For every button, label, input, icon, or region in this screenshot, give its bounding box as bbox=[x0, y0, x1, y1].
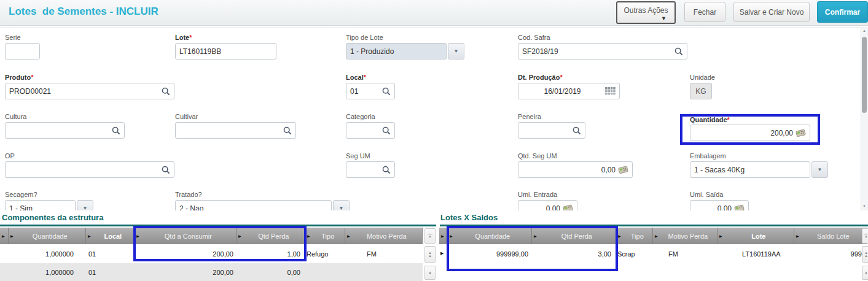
peneira-input[interactable] bbox=[522, 126, 570, 135]
local-input[interactable] bbox=[350, 87, 380, 96]
header-motivo-perda[interactable]: ▶Motivo Perda bbox=[653, 228, 717, 244]
tipo-lote-combo[interactable]: 1 - Produzido bbox=[346, 43, 447, 60]
qtd-seg-um-input[interactable] bbox=[522, 166, 616, 174]
form-scrollbar-thumb[interactable] bbox=[862, 37, 867, 113]
produto-input[interactable] bbox=[9, 87, 159, 96]
seg-um-input[interactable] bbox=[350, 166, 380, 174]
search-icon[interactable] bbox=[382, 87, 391, 96]
lotes-saldos-row-1[interactable]: ▶ 999999,00 3,00 Scrap FM LT160119AA 999… bbox=[439, 244, 867, 263]
lotes-saldos-title: Lotes X Saldos bbox=[440, 213, 498, 222]
tipo-lote-dropdown-button[interactable]: ▼ bbox=[448, 43, 464, 60]
lotes-saldos-scroll-up-button[interactable]: ▲ bbox=[862, 266, 868, 280]
lotes-saldos-scroll-pageup-button[interactable]: ▲ ▲ bbox=[862, 246, 868, 263]
header-tipo[interactable]: ▶Tipo bbox=[616, 228, 653, 244]
componentes-scroll-pageup-button[interactable]: ▲ ▲ bbox=[424, 246, 436, 263]
componentes-row-1[interactable]: 1,000000 01 200,00 1,00 Refugo FM bbox=[0, 244, 423, 263]
cultivar-input[interactable] bbox=[179, 126, 281, 135]
lotes-saldos-scroll-top-button[interactable]: ▲ bbox=[862, 228, 868, 244]
salvar-criar-novo-button[interactable]: Salvar e Criar Novo bbox=[733, 2, 810, 22]
embalagem-dropdown-button[interactable]: ▼ bbox=[811, 161, 828, 178]
search-icon[interactable] bbox=[674, 47, 683, 56]
column-grip-icon: ▶ bbox=[2, 234, 5, 238]
scroll-up-icon: ▲ bbox=[428, 271, 432, 274]
cultivar-field[interactable] bbox=[175, 122, 296, 139]
column-grip-icon: ▶ bbox=[534, 234, 537, 238]
categoria-field[interactable] bbox=[346, 122, 395, 139]
scroll-up-icon: ▲ bbox=[864, 271, 868, 274]
op-input[interactable] bbox=[9, 166, 159, 174]
lote-field[interactable] bbox=[175, 43, 276, 60]
header-tipo[interactable]: ▶Tipo bbox=[305, 228, 345, 244]
calculator-icon[interactable] bbox=[796, 129, 806, 137]
local-field[interactable] bbox=[346, 83, 395, 99]
header-quantidade[interactable]: ▶Quantidade bbox=[9, 228, 86, 244]
dt-producao-label: Dt. Produção* bbox=[518, 74, 563, 81]
search-icon[interactable] bbox=[382, 126, 391, 135]
calendar-icon[interactable] bbox=[605, 87, 616, 95]
search-icon[interactable] bbox=[283, 126, 292, 135]
cultura-field[interactable] bbox=[5, 122, 125, 139]
column-grip-icon: ▶ bbox=[238, 234, 241, 238]
column-grip-icon: ▶ bbox=[796, 234, 799, 238]
serie-input[interactable] bbox=[9, 47, 36, 56]
qtd-seg-um-label: Qtd. Seg UM bbox=[518, 152, 557, 160]
produto-field[interactable] bbox=[5, 83, 174, 99]
column-grip-icon: ▶ bbox=[618, 234, 621, 238]
header-quantidade[interactable]: ▶Quantidade bbox=[448, 228, 532, 244]
header-row-marker[interactable]: ▶ bbox=[439, 228, 448, 244]
componentes-scroll-top-button[interactable]: ▲ bbox=[424, 228, 436, 244]
header-row-marker[interactable]: ▶ bbox=[0, 228, 9, 244]
serie-label: Serie bbox=[5, 34, 21, 41]
cod-safra-field[interactable] bbox=[518, 43, 687, 60]
chevron-down-icon: ▼ bbox=[818, 167, 823, 172]
unidade-field: KG bbox=[690, 83, 712, 99]
seg-um-label: Seg UM bbox=[346, 152, 370, 160]
header-lote[interactable]: ▶Lote bbox=[717, 228, 794, 244]
current-row-marker-icon: ▶ bbox=[440, 251, 444, 256]
op-field[interactable] bbox=[5, 161, 174, 178]
header-motivo-perda[interactable]: ▶Motivo Perda bbox=[345, 228, 423, 244]
search-icon[interactable] bbox=[162, 166, 170, 174]
produto-label: Produto* bbox=[5, 74, 33, 81]
chevron-down-icon: ▼ bbox=[454, 48, 459, 54]
column-grip-icon: ▶ bbox=[347, 234, 350, 238]
header-local[interactable]: ▶Local bbox=[86, 228, 135, 244]
cultura-input[interactable] bbox=[9, 126, 109, 135]
quantidade-input[interactable] bbox=[694, 129, 793, 137]
quantidade-field[interactable] bbox=[690, 125, 810, 141]
umi-saida-label: Umi. Saída bbox=[690, 191, 723, 198]
embalagem-combo[interactable]: 1 - Sacas 40Kg bbox=[690, 161, 810, 178]
header-saldo-lote[interactable]: ▶Saldo Lote bbox=[794, 228, 867, 244]
fechar-button[interactable]: Fechar bbox=[684, 2, 725, 22]
seg-um-field[interactable] bbox=[346, 161, 395, 178]
search-icon[interactable] bbox=[382, 166, 391, 174]
scroll-up-icon[interactable]: ▲ bbox=[862, 29, 867, 33]
qtd-seg-um-field[interactable] bbox=[518, 161, 633, 178]
lote-input[interactable] bbox=[179, 47, 272, 56]
confirmar-button[interactable]: Confirmar bbox=[817, 1, 868, 23]
outras-acoes-button[interactable]: Outras Ações ▼ bbox=[616, 1, 676, 24]
column-grip-icon: ▶ bbox=[10, 234, 14, 238]
cod-safra-input[interactable] bbox=[522, 47, 672, 56]
peneira-field[interactable] bbox=[518, 122, 585, 139]
header-qtd-a-consumir[interactable]: ▶Qtd a Consumir bbox=[135, 228, 237, 244]
categoria-input[interactable] bbox=[350, 126, 380, 135]
componentes-grid-header: ▶ ▶Quantidade ▶Local ▶Qtd a Consumir ▶Qt… bbox=[0, 228, 423, 244]
calculator-icon[interactable] bbox=[618, 166, 628, 174]
dt-producao-input[interactable] bbox=[522, 87, 603, 96]
chevron-down-icon: ▼ bbox=[661, 15, 667, 21]
serie-field[interactable] bbox=[5, 43, 40, 60]
scroll-down-icon[interactable]: ▼ bbox=[862, 204, 867, 208]
dt-producao-field[interactable] bbox=[518, 83, 620, 99]
componentes-row-2[interactable]: 1,000000 01 200,00 0,00 bbox=[0, 263, 423, 281]
categoria-label: Categoria bbox=[346, 113, 375, 120]
header-qtd-perda[interactable]: ▶Qtd Perda bbox=[532, 228, 616, 244]
search-icon[interactable] bbox=[162, 87, 170, 96]
search-icon[interactable] bbox=[573, 126, 581, 135]
local-label: Local* bbox=[346, 74, 366, 81]
header-qtd-perda[interactable]: ▶Qtd Perda bbox=[237, 228, 305, 244]
componentes-scroll-up-button[interactable]: ▲ bbox=[424, 266, 436, 280]
column-grip-icon: ▶ bbox=[307, 234, 310, 238]
unidade-label: Unidade bbox=[690, 74, 715, 81]
search-icon[interactable] bbox=[112, 126, 120, 135]
